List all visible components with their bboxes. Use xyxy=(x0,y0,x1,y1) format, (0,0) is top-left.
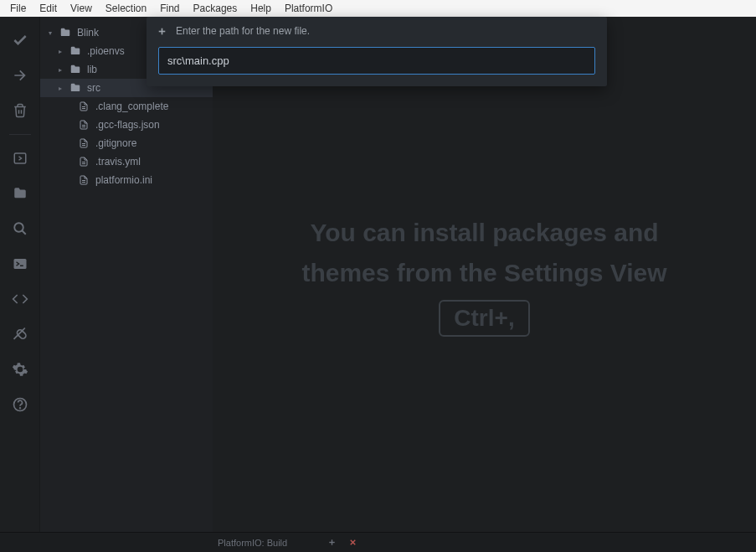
new-file-prompt: Enter the path for the new file. xyxy=(147,17,607,86)
serial-button[interactable] xyxy=(5,319,35,349)
status-close-button[interactable] xyxy=(348,538,357,547)
code-icon xyxy=(12,291,28,307)
init-button[interactable] xyxy=(5,143,35,173)
menu-help[interactable]: Help xyxy=(244,3,278,14)
toolbar-divider xyxy=(9,134,31,135)
tree-file-label: .gitignore xyxy=(95,137,136,149)
upload-button[interactable] xyxy=(5,60,35,90)
menu-packages[interactable]: Packages xyxy=(187,3,244,14)
search-icon xyxy=(13,221,28,236)
folder-open-icon xyxy=(59,27,72,39)
plus-icon xyxy=(327,538,337,547)
tree-file-travis[interactable]: .travis.yml xyxy=(40,152,213,171)
tree-file-gitignore[interactable]: .gitignore xyxy=(40,134,213,152)
help-button[interactable] xyxy=(5,389,35,420)
folder-icon xyxy=(69,82,82,94)
menu-file[interactable]: File xyxy=(3,3,33,14)
tree-file-clang[interactable]: .clang_complete xyxy=(40,97,213,116)
menu-view[interactable]: View xyxy=(64,3,99,14)
arrow-right-icon xyxy=(12,67,28,84)
svg-point-1 xyxy=(14,223,23,232)
check-icon xyxy=(12,32,28,49)
chevron-right-icon: ▸ xyxy=(59,48,69,55)
trash-icon xyxy=(13,103,28,118)
find-button[interactable] xyxy=(5,214,35,244)
chevron-right-icon: ▸ xyxy=(59,85,69,92)
plus-icon xyxy=(157,26,167,37)
tree-folder-label: .pioenvs xyxy=(87,45,125,57)
tree-file-platformio-ini[interactable]: platformio.ini xyxy=(40,171,213,189)
code-right-icon xyxy=(13,151,28,166)
tree-root-label: Blink xyxy=(77,27,99,39)
svg-rect-0 xyxy=(14,153,26,163)
welcome-line: themes from the Settings View xyxy=(251,253,717,293)
welcome-shortcut: Ctrl+, xyxy=(439,300,529,337)
settings-button[interactable] xyxy=(5,354,35,384)
status-add-button[interactable] xyxy=(327,538,337,547)
folder-icon xyxy=(69,45,82,57)
file-icon xyxy=(77,157,90,167)
build-button[interactable] xyxy=(5,25,35,55)
menu-selection[interactable]: Selection xyxy=(99,3,153,14)
left-toolbar xyxy=(0,17,40,532)
prompt-label: Enter the path for the new file. xyxy=(176,25,310,37)
file-icon xyxy=(77,101,90,111)
tree-file-gcc[interactable]: .gcc-flags.json xyxy=(40,116,213,134)
terminal-icon xyxy=(13,256,28,271)
tree-file-label: .gcc-flags.json xyxy=(95,119,160,131)
chevron-right-icon: ▸ xyxy=(59,66,69,74)
welcome-message: You can install packages and themes from… xyxy=(251,213,717,337)
tree-file-label: platformio.ini xyxy=(95,174,152,186)
file-icon xyxy=(77,175,90,185)
clean-button[interactable] xyxy=(5,95,35,126)
tree-file-label: .clang_complete xyxy=(95,101,168,112)
file-icon xyxy=(77,138,90,148)
file-icon xyxy=(77,120,90,130)
close-icon xyxy=(348,538,357,547)
tree-file-label: .travis.yml xyxy=(95,156,141,168)
status-bar: PlatformIO: Build xyxy=(0,532,756,552)
menu-edit[interactable]: Edit xyxy=(33,3,64,14)
editor-area: You can install packages and themes from… xyxy=(213,17,756,532)
svg-line-2 xyxy=(22,230,26,235)
open-project-button[interactable] xyxy=(5,178,35,209)
menu-platformio[interactable]: PlatformIO xyxy=(278,3,339,14)
menu-find[interactable]: Find xyxy=(153,3,186,14)
help-icon xyxy=(12,396,28,413)
terminal-button[interactable] xyxy=(5,249,35,279)
welcome-line: You can install packages and xyxy=(251,213,717,253)
status-label[interactable]: PlatformIO: Build xyxy=(218,538,287,548)
tree-folder-label: lib xyxy=(87,64,97,75)
gear-icon xyxy=(12,361,28,378)
plug-icon xyxy=(12,326,28,343)
library-button[interactable] xyxy=(5,284,35,314)
svg-rect-3 xyxy=(13,259,26,269)
tree-folder-label: src xyxy=(87,82,100,94)
folder-icon xyxy=(13,186,28,201)
chevron-down-icon: ▾ xyxy=(49,29,59,37)
menu-bar: File Edit View Selection Find Packages H… xyxy=(0,0,756,17)
new-file-input[interactable] xyxy=(158,47,595,75)
folder-icon xyxy=(69,64,82,75)
tree-view: ▾ Blink ▸ .pioenvs ▸ lib ▸ src .clang_co… xyxy=(40,17,213,532)
svg-point-6 xyxy=(19,408,20,409)
